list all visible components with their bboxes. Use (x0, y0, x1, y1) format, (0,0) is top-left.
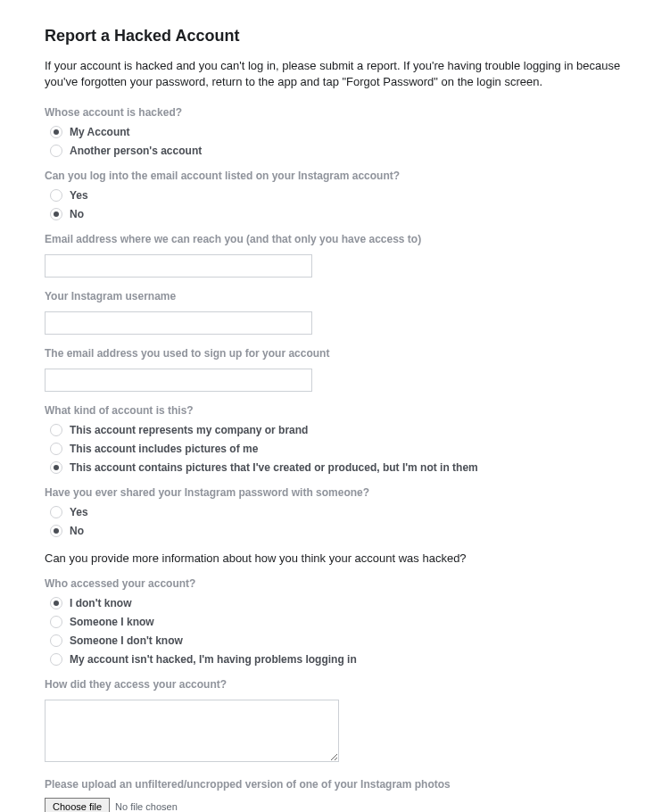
radio-icon (50, 597, 62, 609)
q1-option-another-person[interactable]: Another person's account (45, 145, 625, 157)
radio-label: I don't know (70, 597, 132, 609)
radio-label: This account represents my company or br… (70, 424, 308, 436)
radio-icon (50, 424, 62, 436)
radio-label: No (70, 208, 84, 220)
radio-icon (50, 189, 62, 202)
q7-option-yes[interactable]: Yes (45, 506, 625, 518)
radio-icon (50, 208, 62, 220)
q6-option-pictures-of-me[interactable]: This account includes pictures of me (45, 443, 625, 455)
q1-label: Whose account is hacked? (45, 106, 625, 119)
radio-label: Someone I know (70, 616, 154, 628)
radio-label: No (70, 525, 84, 537)
intro-text: If your account is hacked and you can't … (45, 58, 625, 90)
q1-option-my-account[interactable]: My Account (45, 126, 625, 138)
file-status-text: No file chosen (115, 801, 178, 812)
q8-option-dont-know[interactable]: I don't know (45, 597, 625, 609)
radio-label: This account includes pictures of me (70, 443, 258, 455)
radio-icon (50, 461, 62, 474)
q8-group: I don't know Someone I know Someone I do… (45, 597, 625, 666)
q8-option-someone-i-dont-know[interactable]: Someone I don't know (45, 634, 625, 647)
file-upload-row: Choose file No file chosen (45, 798, 625, 812)
radio-icon (50, 634, 62, 647)
q4-label: Your Instagram username (45, 290, 625, 302)
page-title: Report a Hacked Account (45, 27, 625, 46)
q9-label: How did they access your account? (45, 678, 625, 691)
radio-icon (50, 616, 62, 628)
choose-file-button[interactable]: Choose file (45, 798, 110, 812)
q5-label: The email address you used to sign up fo… (45, 347, 625, 360)
instagram-username-input[interactable] (45, 311, 312, 335)
radio-label: Someone I don't know (70, 634, 183, 647)
radio-label: Yes (70, 506, 88, 518)
q8-option-not-hacked[interactable]: My account isn't hacked, I'm having prob… (45, 653, 625, 666)
section2-heading: Can you provide more information about h… (45, 551, 625, 565)
q1-group: My Account Another person's account (45, 126, 625, 157)
q2-group: Yes No (45, 189, 625, 220)
q6-option-pictures-created[interactable]: This account contains pictures that I've… (45, 461, 625, 474)
radio-icon (50, 525, 62, 537)
q8-option-someone-i-know[interactable]: Someone I know (45, 616, 625, 628)
q10-label: Please upload an unfiltered/uncropped ve… (45, 778, 625, 791)
q7-label: Have you ever shared your Instagram pass… (45, 486, 625, 499)
q7-option-no[interactable]: No (45, 525, 625, 537)
radio-label: Yes (70, 189, 88, 202)
q2-option-yes[interactable]: Yes (45, 189, 625, 202)
radio-icon (50, 145, 62, 157)
reach-email-input[interactable] (45, 254, 312, 278)
q3-label: Email address where we can reach you (an… (45, 233, 625, 245)
radio-label: My account isn't hacked, I'm having prob… (70, 653, 357, 666)
q6-label: What kind of account is this? (45, 404, 625, 417)
q7-group: Yes No (45, 506, 625, 537)
q2-label: Can you log into the email account liste… (45, 170, 625, 182)
q8-label: Who accessed your account? (45, 577, 625, 590)
radio-icon (50, 506, 62, 518)
q6-option-company[interactable]: This account represents my company or br… (45, 424, 625, 436)
q2-option-no[interactable]: No (45, 208, 625, 220)
how-access-textarea[interactable] (45, 700, 339, 762)
signup-email-input[interactable] (45, 369, 312, 392)
radio-icon (50, 443, 62, 455)
q6-group: This account represents my company or br… (45, 424, 625, 474)
radio-icon (50, 126, 62, 138)
radio-label: My Account (70, 126, 130, 138)
radio-icon (50, 653, 62, 666)
radio-label: Another person's account (70, 145, 202, 157)
radio-label: This account contains pictures that I've… (70, 461, 478, 474)
